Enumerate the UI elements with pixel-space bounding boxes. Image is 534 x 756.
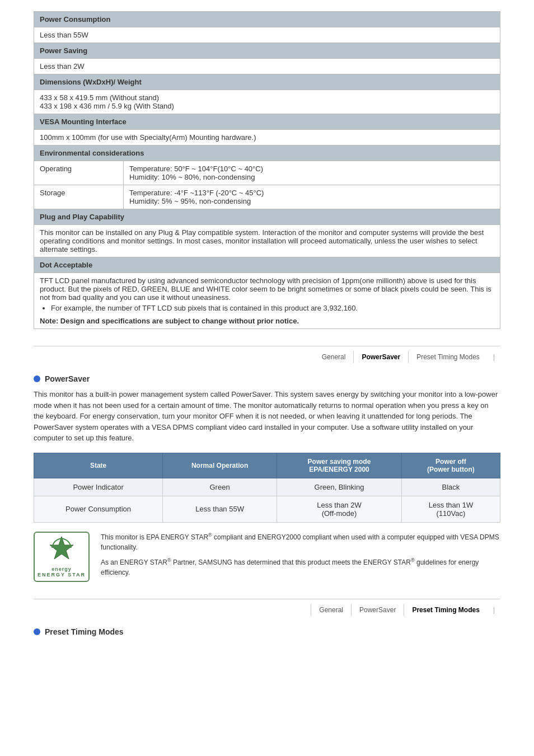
table-row: Power Indicator Green Green, Blinking Bl…: [34, 478, 500, 496]
spec-value-dot-acceptable: TFT LCD panel manufactured by using adva…: [34, 273, 500, 329]
energy-star-reg3: ®: [411, 557, 415, 563]
power-consumption-label: Power Consumption: [34, 496, 163, 522]
energy-star-para1: This monitor is EPA ENERGY STAR® complia…: [101, 532, 500, 552]
bottom-tab-preset-timing[interactable]: Preset Timing Modes: [404, 604, 487, 616]
bottom-tab-powersaver[interactable]: PowerSaver: [351, 604, 404, 616]
spec-header-dimensions: Dimensions (WxDxH)/ Weight: [34, 74, 500, 90]
energy-star-logo: energy ENERGY STAR: [34, 532, 90, 582]
powersaver-blue-dot: [34, 375, 40, 382]
powersaver-title: PowerSaver: [45, 374, 90, 383]
preset-timing-title-row: Preset Timing Modes: [34, 627, 500, 636]
nav-tab-preset-timing[interactable]: Preset Timing Modes: [408, 351, 488, 363]
bottom-nav-tabs: General PowerSaver Preset Timing Modes |: [34, 599, 500, 616]
spec-table: Power Consumption Less than 55W Power Sa…: [34, 11, 500, 329]
power-table-header-normal: Normal Operation: [163, 453, 277, 478]
page-container: Power Consumption Less than 55W Power Sa…: [0, 0, 534, 647]
power-indicator-label: Power Indicator: [34, 478, 163, 496]
energy-star-reg2: ®: [167, 557, 171, 563]
energy-star-graphic: [48, 536, 76, 564]
power-consumption-normal: Less than 55W: [163, 496, 277, 522]
power-indicator-normal: Green: [163, 478, 277, 496]
spec-value-vesa: 100mm x 100mm (for use with Specialty(Ar…: [34, 130, 500, 145]
nav-tabs: General PowerSaver Preset Timing Modes |: [34, 346, 500, 363]
nav-tab-powersaver[interactable]: PowerSaver: [353, 351, 408, 363]
nav-tab-end-marker: |: [488, 351, 500, 363]
spec-value-power-consumption: Less than 55W: [34, 27, 500, 43]
powersaver-body: This monitor has a built-in power manage…: [34, 389, 500, 444]
dot-acceptable-para1: TFT LCD panel manufactured by using adva…: [40, 276, 491, 302]
dot-acceptable-note: Note: Design and specifications are subj…: [40, 317, 494, 325]
energy-star-section: energy ENERGY STAR This monitor is EPA E…: [34, 532, 500, 582]
table-row: Power Consumption Less than 55W Less tha…: [34, 496, 500, 522]
powersaver-title-row: PowerSaver: [34, 374, 500, 383]
bottom-tab-general[interactable]: General: [311, 604, 351, 616]
svg-marker-0: [50, 537, 73, 559]
preset-timing-title: Preset Timing Modes: [45, 627, 124, 636]
spec-header-vesa: VESA Mounting Interface: [34, 114, 500, 130]
spec-header-power-consumption: Power Consumption: [34, 12, 500, 27]
spec-value-operating: Temperature: 50°F ~ 104°F(10°C ~ 40°C)Hu…: [124, 161, 500, 185]
power-table-header-state: State: [34, 453, 163, 478]
power-consumption-saving: Less than 2W(Off-mode): [277, 496, 402, 522]
spec-value-storage: Temperature: -4°F ~113°F (-20°C ~ 45°C)H…: [124, 185, 500, 209]
power-state-table: State Normal Operation Power saving mode…: [34, 453, 500, 523]
spec-header-plug-play: Plug and Play Capability: [34, 209, 500, 225]
energy-star-star-text: ENERGY STAR: [38, 572, 86, 577]
energy-star-description: This monitor is EPA ENERGY STAR® complia…: [101, 532, 500, 577]
spec-label-storage: Storage: [34, 185, 124, 209]
power-indicator-saving: Green, Blinking: [277, 478, 402, 496]
energy-star-energy-text: energy: [51, 566, 72, 572]
spec-value-plug-play: This monitor can be installed on any Plu…: [34, 225, 500, 257]
preset-timing-blue-dot: [34, 628, 40, 635]
energy-star-para2: As an ENERGY STAR® Partner, SAMSUNG has …: [101, 557, 500, 577]
spec-header-dot-acceptable: Dot Acceptable: [34, 257, 500, 273]
spec-header-environmental: Environmental considerations: [34, 145, 500, 161]
spec-value-dimensions: 433 x 58 x 419.5 mm (Without stand)433 x…: [34, 90, 500, 114]
bottom-tab-end-marker: |: [488, 604, 500, 616]
spec-value-power-saving: Less than 2W: [34, 59, 500, 74]
spec-header-power-saving: Power Saving: [34, 43, 500, 59]
power-consumption-off: Less than 1W(110Vac): [401, 496, 500, 522]
dot-acceptable-para2: For example, the number of TFT LCD sub p…: [51, 304, 494, 312]
power-table-header-off: Power off(Power button): [401, 453, 500, 478]
energy-star-reg1: ®: [208, 532, 212, 538]
power-indicator-off: Black: [401, 478, 500, 496]
spec-label-operating: Operating: [34, 161, 124, 185]
power-table-header-saving: Power saving modeEPA/ENERGY 2000: [277, 453, 402, 478]
nav-tab-general[interactable]: General: [314, 351, 354, 363]
